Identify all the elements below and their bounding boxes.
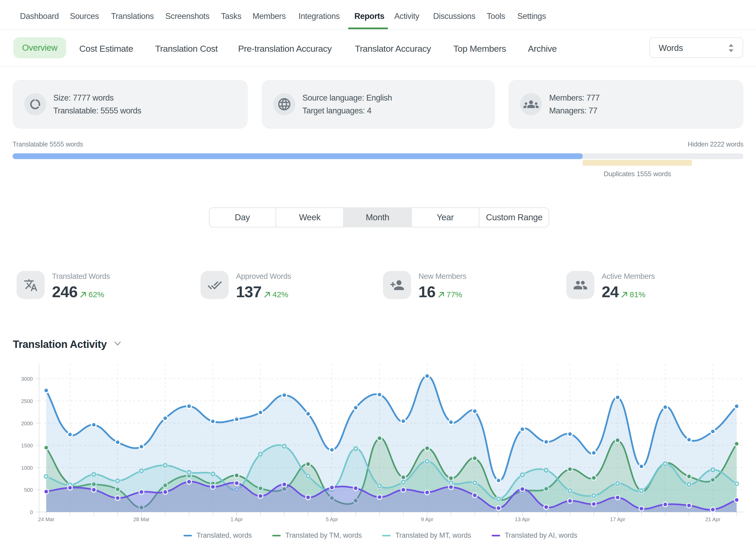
svg-text:2000: 2000 (21, 421, 33, 426)
svg-text:5 Apr: 5 Apr (326, 516, 338, 522)
svg-text:2500: 2500 (21, 398, 33, 404)
svg-text:1 Apr: 1 Apr (230, 516, 243, 522)
svg-text:9 Apr: 9 Apr (421, 516, 433, 522)
svg-text:500: 500 (24, 487, 33, 493)
svg-text:0: 0 (30, 509, 33, 515)
svg-text:1000: 1000 (21, 465, 33, 471)
svg-text:3000: 3000 (21, 376, 33, 382)
svg-text:24 Mar: 24 Mar (38, 516, 55, 522)
svg-text:1500: 1500 (21, 443, 33, 448)
svg-text:17 Apr: 17 Apr (610, 516, 625, 522)
svg-text:13 Apr: 13 Apr (515, 516, 530, 522)
svg-text:28 Mar: 28 Mar (133, 516, 150, 522)
svg-text:21 Apr: 21 Apr (705, 516, 721, 522)
